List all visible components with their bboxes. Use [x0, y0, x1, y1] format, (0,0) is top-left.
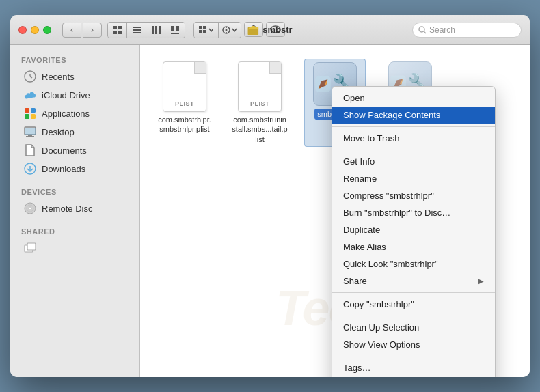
sidebar-item-remote-disc[interactable]: Remote Disc — [13, 199, 137, 217]
sidebar: Favorites Recents iClou — [10, 45, 140, 377]
downloads-icon — [24, 163, 36, 175]
sidebar-item-icloud[interactable]: iCloud Drive — [13, 86, 137, 104]
view-mode-group — [107, 22, 185, 38]
svg-rect-42 — [27, 243, 36, 250]
sidebar-item-label: Recents — [42, 72, 75, 82]
file-name: com.smbstrhlpr.smbstrhlpr.plist — [157, 115, 213, 135]
file-name: com.smbstruninstall.smbs...tail.plist — [232, 115, 288, 144]
search-box[interactable]: Search — [412, 23, 522, 38]
cm-copy[interactable]: Copy "smbstrhlpr" — [332, 296, 495, 313]
sidebar-section-shared: Shared — [10, 225, 139, 238]
file-item[interactable]: PLIST com.smbstruninstall.smbs...tail.pl… — [229, 59, 291, 147]
minimize-button[interactable] — [31, 26, 39, 34]
column-view-button[interactable] — [146, 23, 165, 38]
svg-point-23 — [419, 27, 424, 32]
main-content: Technize PLIST com.smbstrhlpr.smbstrhlpr… — [140, 45, 530, 377]
shared-placeholder-icon — [24, 242, 36, 254]
cm-move-trash[interactable]: Move to Trash — [332, 130, 495, 147]
recents-icon — [24, 70, 36, 83]
cm-make-alias[interactable]: Make Alias — [332, 238, 495, 255]
cm-duplicate[interactable]: Duplicate — [332, 221, 495, 238]
svg-point-18 — [226, 29, 228, 31]
sidebar-item-label: iCloud Drive — [42, 90, 90, 100]
cm-separator — [332, 126, 495, 127]
cm-burn[interactable]: Burn "smbstrhlpr" to Disc… — [332, 204, 495, 221]
window-title: smbstr — [247, 25, 292, 35]
svg-rect-31 — [31, 114, 36, 119]
cm-separator — [332, 356, 495, 356]
icon-view-button[interactable] — [108, 23, 127, 38]
titlebar: ‹ › — [10, 15, 530, 45]
svg-rect-12 — [171, 33, 179, 34]
nav-buttons: ‹ › — [62, 23, 102, 38]
svg-rect-11 — [176, 26, 179, 31]
cm-separator — [332, 292, 495, 293]
svg-rect-33 — [25, 128, 36, 135]
sidebar-item-label: Applications — [42, 109, 90, 119]
sidebar-item-desktop[interactable]: Desktop — [13, 123, 137, 141]
cm-arrow-icon: ▶ — [478, 277, 484, 285]
svg-rect-3 — [118, 31, 122, 34]
action-button[interactable] — [219, 23, 241, 38]
cm-get-info[interactable]: Get Info — [332, 153, 495, 170]
cm-show-view[interactable]: Show View Options — [332, 336, 495, 353]
arrange-button[interactable] — [194, 23, 219, 38]
forward-button[interactable]: › — [83, 23, 102, 38]
close-button[interactable] — [18, 26, 27, 34]
cm-rename[interactable]: Rename — [332, 170, 495, 187]
sidebar-item-applications[interactable]: Applications — [13, 104, 137, 122]
svg-rect-6 — [133, 32, 141, 33]
plist-icon: PLIST — [163, 61, 206, 112]
svg-rect-0 — [113, 26, 117, 29]
cm-cleanup[interactable]: Clean Up Selection — [332, 319, 495, 336]
svg-rect-2 — [113, 31, 117, 34]
maximize-button[interactable] — [43, 26, 51, 34]
sidebar-item-shared-placeholder — [13, 239, 137, 257]
desktop-icon — [24, 126, 36, 138]
svg-rect-35 — [26, 136, 34, 137]
sidebar-item-documents[interactable]: Documents — [13, 141, 137, 159]
icloud-icon — [24, 89, 36, 101]
svg-line-24 — [424, 31, 426, 33]
applications-icon — [24, 107, 36, 120]
svg-rect-9 — [159, 26, 161, 34]
sort-group — [193, 22, 241, 38]
plist-label: PLIST — [175, 100, 194, 107]
svg-rect-10 — [171, 26, 174, 31]
sidebar-item-label: Remote Disc — [42, 204, 92, 214]
svg-rect-1 — [118, 26, 122, 29]
cm-show-package[interactable]: Show Package Contents — [332, 107, 495, 124]
plist-label: PLIST — [250, 100, 269, 107]
cm-tags[interactable]: Tags… — [332, 359, 495, 376]
svg-rect-29 — [31, 108, 36, 113]
gallery-view-button[interactable] — [165, 23, 185, 38]
svg-rect-28 — [25, 108, 29, 113]
list-view-button[interactable] — [127, 23, 146, 38]
cm-separator — [332, 150, 495, 150]
svg-rect-16 — [203, 30, 206, 33]
cm-share[interactable]: Share ▶ — [332, 272, 495, 290]
cm-open[interactable]: Open — [332, 89, 495, 107]
context-menu: Open Show Package Contents Move to Trash… — [332, 86, 496, 377]
file-item[interactable]: PLIST com.smbstrhlpr.smbstrhlpr.plist — [154, 59, 215, 147]
svg-point-39 — [29, 207, 31, 210]
documents-icon — [24, 144, 36, 156]
svg-rect-13 — [199, 26, 202, 29]
cm-separator — [332, 316, 495, 316]
back-button[interactable]: ‹ — [62, 23, 81, 38]
sidebar-item-downloads[interactable]: Downloads — [13, 160, 137, 178]
cm-quick-look[interactable]: Quick Look "smbstrhlpr" — [332, 255, 495, 272]
sidebar-item-recents[interactable]: Recents — [13, 68, 137, 85]
traffic-lights — [18, 26, 51, 34]
svg-rect-15 — [199, 30, 202, 33]
svg-rect-8 — [155, 26, 157, 34]
sidebar-item-label: Downloads — [42, 164, 85, 174]
sidebar-section-favorites: Favorites — [10, 53, 139, 67]
svg-rect-7 — [152, 26, 154, 34]
svg-rect-4 — [133, 27, 141, 28]
sidebar-section-devices: Devices — [10, 185, 139, 199]
cm-compress[interactable]: Compress "smbstrhlpr" — [332, 187, 495, 204]
finder-window: ‹ › — [10, 15, 530, 377]
content-area: Favorites Recents iClou — [10, 45, 530, 377]
cm-tags-row — [332, 376, 495, 377]
